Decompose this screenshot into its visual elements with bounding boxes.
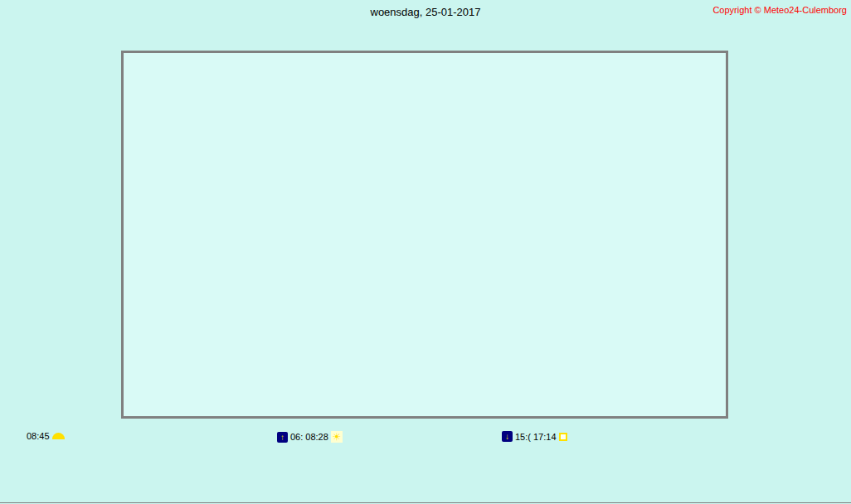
moonset-time: 15:( xyxy=(515,432,531,442)
moon-down-icon: ↓ xyxy=(502,431,513,442)
half-sun-icon xyxy=(52,433,65,439)
chart-canvas xyxy=(124,53,726,416)
morning-time-annotation: 08:45 xyxy=(27,431,65,441)
hollow-square-icon xyxy=(559,433,567,441)
sun-icon: ☀ xyxy=(331,431,343,443)
annotation-time: 08:45 xyxy=(27,431,50,441)
plot-area xyxy=(121,51,728,419)
copyright-notice: Copyright © Meteo24-Culemborg xyxy=(712,5,847,15)
weather-day-chart-page: woensdag, 25-01-2017 Copyright © Meteo24… xyxy=(0,0,851,504)
sunrise-annotation: ↑06: 08:28 ☀ xyxy=(277,431,343,443)
sunset-annotation: ↓15:( 17:14 xyxy=(502,431,567,442)
moonrise-time: 06: xyxy=(290,432,303,442)
sunrise-time: 08:28 xyxy=(305,432,328,442)
sunset-time: 17:14 xyxy=(533,432,557,442)
moon-up-icon: ↑ xyxy=(277,432,288,443)
summary-table xyxy=(0,448,851,503)
